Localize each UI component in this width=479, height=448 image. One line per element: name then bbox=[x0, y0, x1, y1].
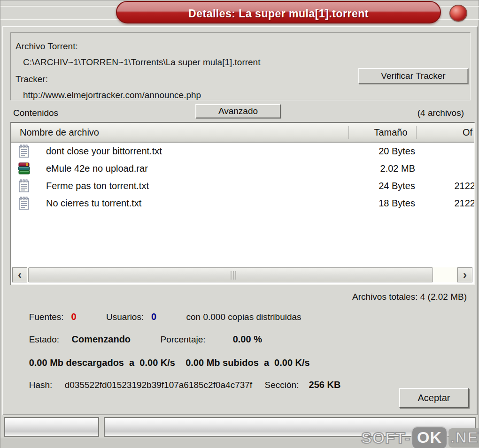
soft-ok-watermark: SOFT- OK .NET bbox=[361, 426, 479, 448]
torrent-file-path: C:\ARCHIV~1\TORREN~1\Torrents\La super m… bbox=[23, 57, 260, 68]
column-separator[interactable] bbox=[416, 126, 417, 139]
file-name: No cierres tu torrent.txt bbox=[46, 198, 141, 209]
file-name: eMule 42e no upload.rar bbox=[46, 163, 148, 174]
copies-text: con 0.000 copias distribuidas bbox=[186, 312, 301, 322]
column-header-name[interactable]: Nombre de archivo bbox=[20, 127, 99, 138]
file-name: Ferme pas ton torrent.txt bbox=[46, 181, 149, 191]
users-value: 0 bbox=[151, 311, 156, 322]
users-label: Usuarios: bbox=[106, 312, 144, 322]
percent-label: Porcentaje: bbox=[160, 334, 205, 344]
column-separator[interactable] bbox=[348, 126, 349, 139]
file-size: 20 Bytes bbox=[340, 146, 415, 157]
file-rows: dont close your bittorrent.txt 20 Bytes … bbox=[11, 143, 474, 212]
hash-label: Hash: bbox=[29, 380, 53, 390]
file-list: Nombre de archivo Tamaño Of dont close y… bbox=[10, 122, 475, 285]
list-header: Nombre de archivo Tamaño Of bbox=[11, 123, 474, 143]
table-row[interactable]: No cierres tu torrent.txt 18 Bytes 2122 bbox=[11, 195, 474, 212]
text-file-icon bbox=[18, 179, 30, 192]
file-name: dont close your bittorrent.txt bbox=[46, 146, 162, 157]
file-size: 24 Bytes bbox=[340, 181, 415, 191]
contents-label: Contenidos bbox=[13, 108, 58, 118]
watermark-net: .NET bbox=[448, 428, 479, 448]
contents-header-row: Contenidos Avanzado (4 archivos) bbox=[10, 104, 471, 120]
download-stats: 0.00 Mb descargados a 0.00 K/s bbox=[29, 357, 175, 368]
watermark-soft: SOFT- bbox=[361, 429, 410, 447]
watermark-ok-badge: OK bbox=[411, 426, 448, 448]
sources-value: 0 bbox=[71, 311, 76, 322]
tracker-url: http://www.elmejortracker.com/announce.p… bbox=[23, 90, 201, 100]
main-panel: Archivo Torrent: C:\ARCHIV~1\TORREN~1\To… bbox=[2, 26, 478, 415]
hash-value: d035522fd01523192b39f107a6185c2f0a4c737f bbox=[65, 380, 252, 390]
text-file-icon bbox=[18, 197, 30, 210]
file-offset: 2122 bbox=[420, 181, 475, 191]
torrent-details-window: Detalles: La super mula[1].torrent Archi… bbox=[0, 0, 479, 448]
section-label: Sección: bbox=[265, 380, 299, 390]
status-value: Comenzando bbox=[72, 334, 131, 344]
torrent-file-label: Archivo Torrent: bbox=[15, 41, 78, 52]
status-bar-panel-left bbox=[4, 417, 99, 437]
status-label: Estado: bbox=[29, 334, 59, 344]
close-button[interactable] bbox=[449, 5, 467, 22]
verify-tracker-button[interactable]: Verificar Tracker bbox=[358, 68, 468, 84]
section-value: 256 KB bbox=[309, 380, 341, 390]
column-header-size[interactable]: Tamaño bbox=[363, 127, 419, 138]
scroll-right-button[interactable]: › bbox=[457, 267, 472, 282]
hash-row: Hash: d035522fd01523192b39f107a6185c2f0a… bbox=[14, 369, 340, 401]
tracker-label: Tracker: bbox=[15, 74, 48, 84]
scroll-left-button[interactable]: ‹ bbox=[12, 267, 27, 282]
rar-file-icon bbox=[18, 162, 30, 175]
scrollbar-thumb[interactable] bbox=[28, 267, 433, 282]
file-count-text: (4 archivos) bbox=[417, 108, 464, 118]
window-title: Detalles: La super mula[1].torrent bbox=[188, 5, 369, 20]
upload-stats: 0.00 Mb subidos a 0.00 K/s bbox=[185, 357, 310, 368]
table-row[interactable]: Ferme pas ton torrent.txt 24 Bytes 2122 bbox=[11, 177, 474, 195]
text-file-icon bbox=[18, 144, 30, 158]
column-header-offset[interactable]: Of bbox=[463, 127, 472, 138]
sources-label: Fuentes: bbox=[29, 312, 64, 322]
horizontal-scrollbar[interactable]: ‹ › bbox=[12, 267, 472, 282]
file-size: 18 Bytes bbox=[340, 198, 415, 209]
advanced-button[interactable]: Avanzado bbox=[195, 104, 281, 118]
percent-value: 0.00 % bbox=[233, 334, 262, 344]
file-size: 2.02 MB bbox=[340, 163, 415, 174]
file-offset: 2122 bbox=[420, 198, 475, 209]
title-bar[interactable]: Detalles: La super mula[1].torrent bbox=[116, 1, 441, 23]
table-row[interactable]: eMule 42e no upload.rar 2.02 MB bbox=[11, 160, 474, 177]
accept-button[interactable]: Aceptar bbox=[399, 388, 469, 408]
torrent-info-groupbox: Archivo Torrent: C:\ARCHIV~1\TORREN~1\To… bbox=[10, 32, 471, 100]
scrollbar-grip bbox=[231, 271, 236, 280]
table-row[interactable]: dont close your bittorrent.txt 20 Bytes bbox=[11, 143, 474, 160]
totals-text: Archivos totales: 4 (2.02 MB) bbox=[352, 292, 467, 302]
